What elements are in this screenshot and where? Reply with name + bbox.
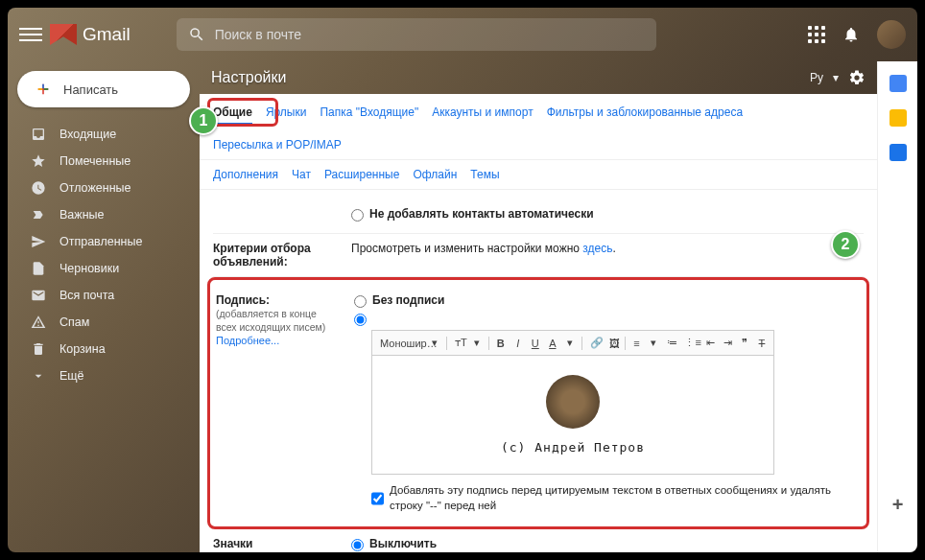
underline-btn[interactable]: U bbox=[528, 336, 543, 351]
bold-btn[interactable]: B bbox=[493, 336, 509, 351]
tab-offline[interactable]: Офлайн bbox=[413, 168, 457, 181]
sidebar-item-spam[interactable]: Спам bbox=[8, 309, 200, 336]
compose-button[interactable]: Написать bbox=[17, 71, 190, 107]
list-ol-btn[interactable]: ≔ bbox=[663, 335, 678, 351]
font-size-btn[interactable]: ᴛT bbox=[451, 335, 467, 351]
sidebar-item-trash[interactable]: Корзина bbox=[8, 336, 200, 362]
tab-labels[interactable]: Ярлыки bbox=[266, 105, 307, 125]
brand-text: Gmail bbox=[83, 24, 130, 45]
quote-btn[interactable]: ❞ bbox=[737, 335, 752, 351]
tab-themes[interactable]: Темы bbox=[470, 168, 499, 181]
tab-chat[interactable]: Чат bbox=[292, 168, 311, 181]
tab-addons[interactable]: Дополнения bbox=[213, 168, 278, 181]
tab-forwarding[interactable]: Пересылка и POP/IMAP bbox=[213, 138, 342, 152]
tab-advanced[interactable]: Расширенные bbox=[324, 168, 400, 181]
search-box[interactable] bbox=[177, 18, 656, 51]
settings-tabs: Общие Ярлыки Папка "Входящие" Аккаунты и… bbox=[200, 94, 877, 160]
indent-less-btn[interactable]: ⇤ bbox=[702, 335, 718, 351]
list-ul-btn[interactable]: ⋮≡ bbox=[680, 335, 700, 351]
hamburger-menu-icon[interactable] bbox=[19, 23, 42, 46]
tab-filters[interactable]: Фильтры и заблокированные адреса bbox=[547, 105, 743, 125]
radio-no-signature[interactable] bbox=[354, 295, 367, 308]
signature-before-quote-checkbox[interactable] bbox=[371, 484, 384, 513]
ads-criteria-label: Критерии отбора объявлений: bbox=[213, 242, 311, 268]
signature-editor: Моношир…▾ ᴛT▾ B I U A▾ 🔗 🖼 ≡▾ bbox=[371, 330, 774, 475]
radio-icons-disable[interactable] bbox=[351, 539, 364, 551]
signature-text: (с) Андрей Петров bbox=[382, 440, 764, 455]
sidebar-item-more[interactable]: Ещё bbox=[8, 362, 200, 389]
sidebar-item-sent[interactable]: Отправленные bbox=[8, 228, 200, 255]
search-input[interactable] bbox=[215, 27, 645, 42]
tab-inbox[interactable]: Папка "Входящие" bbox=[320, 105, 418, 125]
radio-no-auto-contacts[interactable] bbox=[351, 209, 364, 222]
sidebar-item-important[interactable]: Важные bbox=[8, 201, 200, 228]
radio-use-signature[interactable] bbox=[354, 314, 367, 326]
signature-more-link[interactable]: Подробнее... bbox=[216, 335, 279, 346]
gmail-logo[interactable]: Gmail bbox=[50, 24, 130, 45]
chevron-down-icon: ▾ bbox=[833, 71, 839, 84]
no-auto-contacts-label: Не добавлять контакты автоматически bbox=[369, 207, 594, 221]
ads-here-link[interactable]: здесь bbox=[582, 242, 612, 255]
notifications-icon[interactable] bbox=[842, 26, 860, 43]
signature-sublabel: (добавляется в конце всех исходящих писе… bbox=[216, 308, 325, 333]
search-icon bbox=[188, 26, 205, 43]
tasks-icon[interactable] bbox=[889, 144, 907, 161]
apps-icon[interactable] bbox=[808, 26, 825, 43]
signature-content[interactable]: (с) Андрей Петров bbox=[372, 356, 773, 474]
sidebar-item-drafts[interactable]: Черновики bbox=[8, 255, 200, 282]
page-title: Настройки bbox=[211, 69, 286, 86]
lang-indicator[interactable]: Ру bbox=[810, 71, 823, 84]
keep-icon[interactable] bbox=[889, 109, 907, 127]
tab-general[interactable]: Общие bbox=[213, 105, 252, 125]
italic-btn[interactable]: I bbox=[510, 336, 526, 351]
align-btn[interactable]: ≡ bbox=[629, 336, 644, 351]
signature-section-highlight: Подпись: (добавляется в конце всех исход… bbox=[207, 277, 869, 529]
plus-icon bbox=[35, 81, 52, 98]
link-btn[interactable]: 🔗 bbox=[586, 335, 604, 351]
image-btn[interactable]: 🖼 bbox=[605, 336, 621, 351]
right-sidebar: + bbox=[877, 61, 917, 552]
clear-format-btn[interactable]: T bbox=[754, 336, 770, 351]
no-signature-label: Без подписи bbox=[372, 293, 444, 307]
annotation-badge-1: 1 bbox=[189, 106, 218, 135]
user-avatar[interactable] bbox=[877, 20, 906, 49]
compose-label: Написать bbox=[63, 82, 118, 97]
color-btn[interactable]: A bbox=[545, 336, 560, 351]
signature-avatar-image bbox=[546, 375, 600, 429]
settings-tabs-row2: Дополнения Чат Расширенные Офлайн Темы bbox=[200, 160, 877, 190]
sidebar-item-inbox[interactable]: Входящие bbox=[8, 121, 200, 148]
sidebar-item-allmail[interactable]: Вся почта bbox=[8, 282, 200, 309]
add-addon-icon[interactable]: + bbox=[892, 494, 904, 516]
gear-icon[interactable] bbox=[848, 69, 866, 86]
sidebar-item-starred[interactable]: Помеченные bbox=[8, 148, 200, 175]
tab-accounts[interactable]: Аккаунты и импорт bbox=[432, 105, 533, 125]
indent-more-btn[interactable]: ⇥ bbox=[720, 335, 735, 351]
ads-criteria-text: Просмотреть и изменить настройки можно bbox=[351, 242, 582, 255]
calendar-icon[interactable] bbox=[889, 75, 907, 92]
annotation-badge-2: 2 bbox=[831, 230, 860, 259]
sidebar-item-snoozed[interactable]: Отложенные bbox=[8, 175, 200, 201]
signature-label: Подпись: bbox=[216, 293, 270, 307]
icons-disable-label: Выключить bbox=[369, 537, 437, 550]
personal-icons-label: Значки персональных писем: bbox=[213, 537, 297, 552]
font-select[interactable]: Моношир… bbox=[376, 336, 425, 351]
signature-checkbox-label: Добавлять эту подпись перед цитируемым т… bbox=[390, 482, 861, 513]
